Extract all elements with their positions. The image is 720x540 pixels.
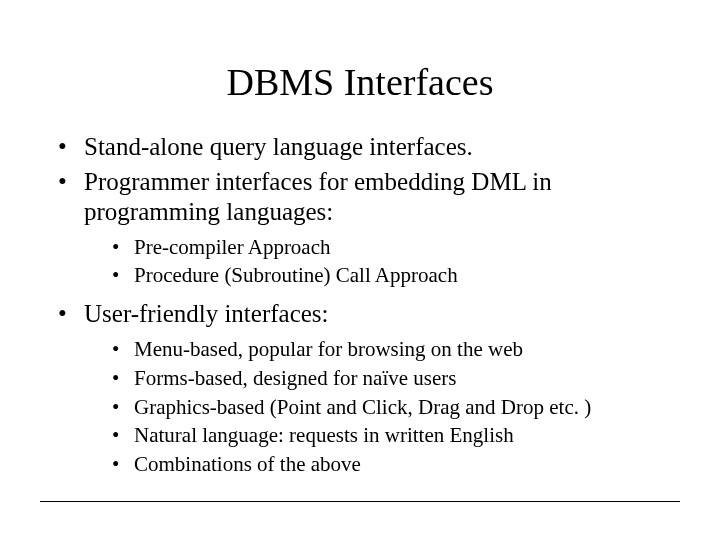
slide: DBMS Interfaces Stand-alone query langua… [0,0,720,540]
divider [40,501,680,502]
bullet-text: Stand-alone query language interfaces. [84,133,473,160]
sub-bullet-item: Forms-based, designed for naïve users [112,365,680,392]
sub-bullet-item: Pre-compiler Approach [112,234,680,261]
sub-bullet-text: Menu-based, popular for browsing on the … [134,337,523,361]
sub-bullet-item: Procedure (Subroutine) Call Approach [112,262,680,289]
sub-bullet-text: Pre-compiler Approach [134,235,331,259]
sub-bullet-text: Procedure (Subroutine) Call Approach [134,263,458,287]
bullet-item: Stand-alone query language interfaces. [58,132,680,163]
sub-bullet-item: Graphics-based (Point and Click, Drag an… [112,394,680,421]
sub-bullet-text: Combinations of the above [134,452,361,476]
bullet-list: Stand-alone query language interfaces. P… [58,132,680,478]
sub-bullet-text: Graphics-based (Point and Click, Drag an… [134,395,591,419]
slide-title: DBMS Interfaces [40,60,680,104]
bullet-item: User-friendly interfaces: Menu-based, po… [58,299,680,478]
bullet-text: User-friendly interfaces: [84,300,329,327]
bullet-text: Programmer interfaces for embedding DML … [84,168,552,226]
sub-bullet-item: Natural language: requests in written En… [112,422,680,449]
sub-bullet-list: Pre-compiler Approach Procedure (Subrout… [112,234,680,290]
bullet-item: Programmer interfaces for embedding DML … [58,167,680,290]
sub-bullet-item: Combinations of the above [112,451,680,478]
sub-bullet-item: Menu-based, popular for browsing on the … [112,336,680,363]
sub-bullet-text: Forms-based, designed for naïve users [134,366,457,390]
sub-bullet-text: Natural language: requests in written En… [134,423,514,447]
sub-bullet-list: Menu-based, popular for browsing on the … [112,336,680,478]
